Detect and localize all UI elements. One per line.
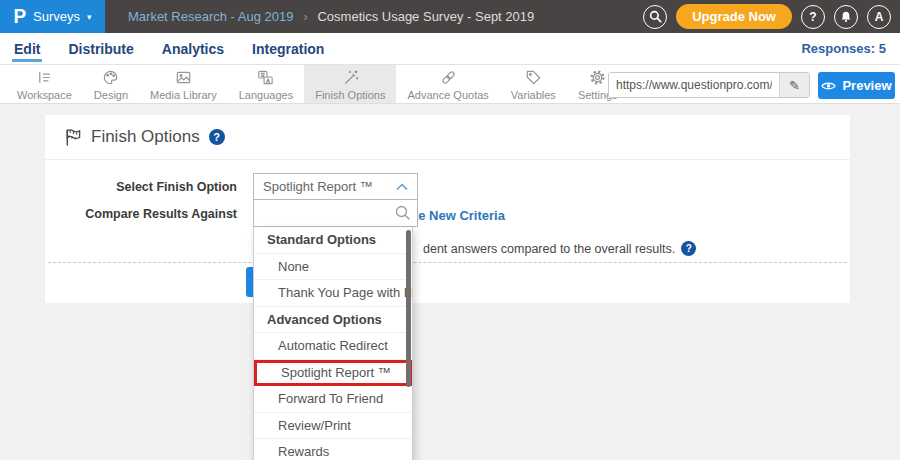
toolbar-item-languages[interactable]: Languages: [228, 65, 304, 103]
caret-down-icon: ▾: [87, 12, 92, 22]
finish-option-select[interactable]: Spotlight Report ™: [253, 173, 418, 200]
dropdown-search-input[interactable]: [254, 200, 417, 226]
pencil-icon: ✎: [789, 78, 800, 93]
toolbar-item-workspace[interactable]: Workspace: [6, 65, 83, 103]
option-thank-you-page[interactable]: Thank You Page with Link: [254, 280, 412, 307]
page-help-icon[interactable]: ?: [209, 129, 225, 145]
compare-results-label: Compare Results Against: [45, 207, 237, 221]
top-header: P Surveys ▾ Market Research - Aug 2019 ›…: [0, 0, 900, 33]
toolbar-item-variables[interactable]: Variables: [500, 65, 567, 103]
dropdown-scrollbar-thumb[interactable]: [406, 230, 411, 387]
option-none[interactable]: None: [254, 254, 412, 281]
page-title: Finish Options: [91, 127, 200, 147]
option-review-print[interactable]: Review/Print: [254, 413, 412, 440]
chevron-up-icon: [396, 179, 408, 194]
responses-count[interactable]: Responses: 5: [801, 41, 886, 56]
dropdown-option-list: Standard Options None Thank You Page wit…: [253, 227, 413, 460]
option-group-header: Standard Options: [254, 227, 412, 254]
preview-button[interactable]: Preview: [818, 72, 895, 99]
toolbar-item-media-library[interactable]: Media Library: [139, 65, 228, 103]
tab-distribute[interactable]: Distribute: [66, 35, 135, 62]
languages-icon: [256, 68, 275, 87]
tab-analytics[interactable]: Analytics: [160, 35, 226, 62]
selected-option-text: Spotlight Report ™: [263, 179, 373, 194]
search-button[interactable]: [643, 5, 667, 29]
option-rewards[interactable]: Rewards: [254, 439, 412, 460]
spotlight-help-icon[interactable]: ?: [681, 241, 696, 256]
surveys-menu[interactable]: P Surveys ▾: [0, 0, 105, 33]
finish-option-dropdown: Spotlight Report ™ Standard Options None…: [253, 173, 418, 460]
search-icon: [649, 10, 662, 23]
survey-url-input[interactable]: [609, 73, 779, 97]
edit-url-button[interactable]: ✎: [779, 73, 809, 97]
finish-flag-icon: [63, 128, 82, 146]
workspace-list-icon: [35, 68, 54, 87]
media-library-icon: [174, 68, 193, 87]
tab-edit[interactable]: Edit: [12, 35, 42, 62]
variables-tag-icon: [524, 68, 543, 87]
option-forward-to-friend[interactable]: Forward To Friend: [254, 386, 412, 413]
breadcrumb-separator-icon: ›: [303, 10, 307, 24]
help-button[interactable]: ?: [801, 5, 825, 29]
questionpro-app: P Surveys ▾ Market Research - Aug 2019 ›…: [0, 0, 900, 460]
card-header: Finish Options ?: [45, 115, 850, 160]
header-actions: Upgrade Now ? A: [643, 0, 891, 33]
search-icon: [395, 205, 411, 225]
toolbar-item-design[interactable]: Design: [83, 65, 139, 103]
survey-url-box: ✎: [608, 72, 810, 98]
tab-integration[interactable]: Integration: [250, 35, 326, 62]
section-divider: [48, 262, 847, 263]
breadcrumb-folder[interactable]: Market Research - Aug 2019: [128, 9, 293, 24]
design-palette-icon: [101, 68, 120, 87]
breadcrumb: Market Research - Aug 2019 › Cosmetics U…: [128, 0, 534, 33]
notifications-button[interactable]: [834, 5, 858, 29]
option-group-header: Advanced Options: [254, 307, 412, 334]
eye-icon: [821, 81, 836, 91]
option-spotlight-report[interactable]: Spotlight Report ™: [254, 360, 412, 387]
toolbar-item-finish-options[interactable]: Finish Options: [304, 65, 396, 103]
account-avatar[interactable]: A: [867, 5, 891, 29]
settings-gear-icon: [588, 68, 607, 87]
bell-icon: [839, 10, 853, 24]
surveys-menu-label: Surveys: [33, 9, 80, 24]
option-automatic-redirect[interactable]: Automatic Redirect: [254, 333, 412, 360]
dropdown-search-box: [253, 200, 418, 227]
main-nav: Edit Distribute Analytics Integration Re…: [0, 33, 900, 65]
questionpro-logo: P: [13, 5, 26, 28]
upgrade-now-button[interactable]: Upgrade Now: [676, 4, 792, 29]
finish-options-wand-icon: [341, 68, 360, 87]
select-finish-option-label: Select Finish Option: [45, 180, 237, 194]
advance-quotas-chain-icon: [439, 68, 458, 87]
spotlight-help-text: dent answers compared to the overall res…: [423, 241, 696, 256]
toolbar-item-advance-quotas[interactable]: Advance Quotas: [396, 65, 499, 103]
breadcrumb-survey[interactable]: Cosmetics Usage Survey - Sept 2019: [317, 9, 534, 24]
